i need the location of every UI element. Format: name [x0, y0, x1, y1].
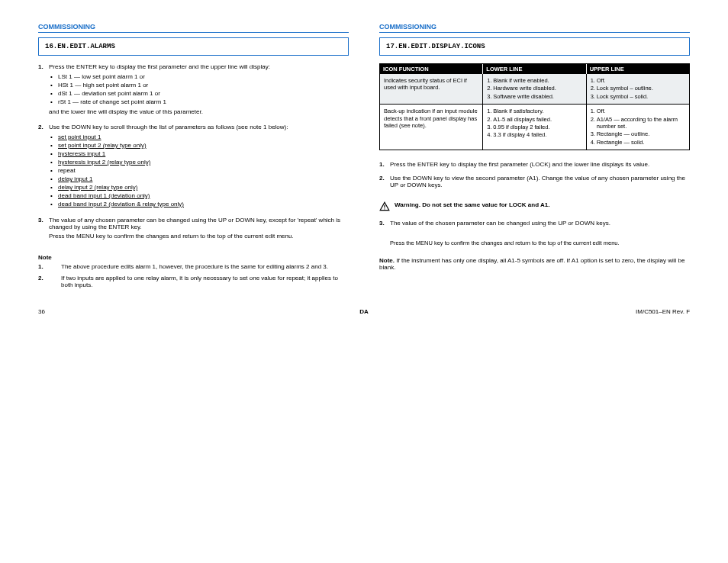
- section-header-right: COMMISSIONING: [379, 23, 690, 33]
- step-number: 2.: [38, 124, 49, 211]
- step-number: 2.: [379, 175, 390, 191]
- notes-block: Note 1. The above procedure edits alarm …: [38, 254, 349, 293]
- right-note: Note. If the instrument has only one dis…: [379, 257, 690, 271]
- note-number: 1.: [38, 263, 61, 270]
- table-header-row: ICON FUNCTION LOWER LINE UPPER LINE: [380, 64, 689, 74]
- command-box-right: 17.EN.EDIT.DISPLAY.ICONS: [379, 37, 690, 56]
- warning-text: Warning. Do not set the same value for L…: [395, 201, 690, 208]
- list-item: HSt 1 — high set point alarm 1 or: [58, 82, 349, 88]
- list-item: repeat: [58, 167, 349, 174]
- table-row: Back-up indication if an input module de…: [380, 105, 689, 150]
- table-row: Indicates security status of ECI if used…: [380, 74, 689, 105]
- warning-block: Warning. Do not set the same value for L…: [379, 201, 690, 214]
- note-number: 2.: [38, 275, 61, 288]
- list-item: delay input 1: [58, 175, 349, 182]
- command-box-left: 16.EN.EDIT.ALARMS: [38, 37, 349, 56]
- step-text: Press the ENTER key to display the first…: [49, 63, 349, 70]
- footer-page-number: 36: [38, 308, 256, 315]
- table-header: UPPER LINE: [587, 64, 689, 74]
- list-item: delay input 2 (relay type only): [58, 184, 349, 191]
- table-cell: Back-up indication if an input module de…: [380, 105, 483, 150]
- list-item: hysteresis input 2 (relay type only): [58, 159, 349, 166]
- step-number: 3.: [38, 217, 49, 242]
- note-text: If the instrument has only one display, …: [379, 257, 685, 271]
- bullet-list: •LSt 1 — low set point alarm 1 or •HSt 1…: [50, 73, 349, 105]
- warning-icon: [379, 201, 395, 214]
- result-paragraph: Press the MENU key to confirm the change…: [390, 240, 690, 246]
- step-text: The value of the chosen parameter can be…: [390, 220, 690, 227]
- table-header: ICON FUNCTION: [380, 64, 483, 74]
- table-cell: 1.Blank if write enabled. 2.Hardware wri…: [483, 74, 586, 105]
- left-column: COMMISSIONING 16.EN.EDIT.ALARMS 1. Press…: [38, 23, 349, 293]
- table-cell: 1.Blank if satisfactory. 2.A1-5 all disp…: [483, 105, 586, 150]
- step-number: 1.: [379, 161, 390, 170]
- list-item: dSt 1 — deviation set point alarm 1 or: [58, 90, 349, 97]
- list-item: dead band input 1 (deviation only): [58, 192, 349, 199]
- note-heading: Note: [38, 254, 349, 261]
- cell-text: Back-up indication if an input module de…: [384, 108, 478, 129]
- list-item: rSt 1 — rate of change set point alarm 1: [58, 98, 349, 105]
- svg-point-1: [384, 208, 385, 209]
- list-item: LSt 1 — low set point alarm 1 or: [58, 73, 349, 80]
- footer-doc-id: IM/C501–EN Rev. F: [472, 308, 690, 315]
- section-header-left: COMMISSIONING: [38, 23, 349, 33]
- page-footer: 36 DA IM/C501–EN Rev. F: [0, 308, 728, 330]
- note-heading: Note.: [379, 257, 395, 264]
- icon-table: ICON FUNCTION LOWER LINE UPPER LINE Indi…: [379, 63, 690, 150]
- left-step-1: 1. Press the ENTER key to display the fi…: [38, 63, 349, 117]
- right-step-2: 2. Use the DOWN key to view the second p…: [379, 175, 690, 191]
- note-text: If two inputs are applied to one relay a…: [61, 275, 349, 288]
- bullet-list: •set point input 1 •set point input 2 (r…: [50, 134, 349, 208]
- left-step-2: 2. Use the DOWN key to scroll through th…: [38, 124, 349, 211]
- step-number: 1.: [38, 63, 49, 117]
- list-item: hysteresis input 1: [58, 150, 349, 157]
- step-text: Use the DOWN key to scroll through the l…: [49, 124, 349, 130]
- footer-logo-text: DA: [256, 308, 473, 315]
- right-step-3: 3. The value of the chosen parameter can…: [379, 220, 690, 229]
- table-cell: 1.Off. 2.A1/A5 — according to the alarm …: [587, 105, 689, 150]
- list-item: set point input 1: [58, 134, 349, 140]
- left-step-3: 3. The value of any chosen parameter can…: [38, 217, 349, 242]
- step-text: Press the MENU key to confirm the change…: [49, 233, 349, 240]
- step-text: and the lower line will display the valu…: [49, 108, 349, 115]
- step-text: The value of any chosen parameter can be…: [49, 217, 349, 230]
- step-text: Press the ENTER key to display the first…: [390, 161, 690, 168]
- right-column: COMMISSIONING 17.EN.EDIT.DISPLAY.ICONS I…: [379, 23, 690, 293]
- cell-text: Indicates security status of ECI if used…: [384, 77, 478, 92]
- right-step-1: 1. Press the ENTER key to display the fi…: [379, 161, 690, 170]
- step-text: Use the DOWN key to view the second para…: [390, 175, 690, 188]
- table-cell: Indicates security status of ECI if used…: [380, 74, 483, 105]
- list-item: set point input 2 (relay type only): [58, 142, 349, 149]
- note-text: The above procedure edits alarm 1, howev…: [61, 263, 349, 270]
- table-cell: 1.Off. 2.Lock symbol – outline. 3.Lock s…: [587, 74, 689, 105]
- table-header: LOWER LINE: [483, 64, 586, 74]
- list-item: dead band input 2 (deviation & relay typ…: [58, 201, 349, 208]
- step-number: 3.: [379, 220, 390, 229]
